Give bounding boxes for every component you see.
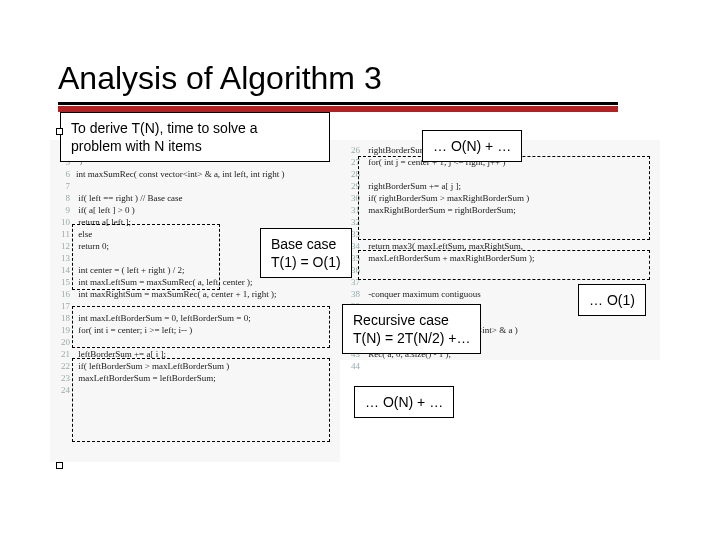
dashed-box-recursive	[72, 306, 330, 348]
dashed-box-rightborder	[358, 156, 650, 240]
dashed-box-base	[72, 224, 220, 290]
dashed-box-leftborder	[72, 358, 330, 442]
callout-recursive: Recursive case T(N) = 2T(N/2) +…	[342, 304, 481, 354]
callout-on-top: … O(N) + …	[422, 130, 522, 162]
callout-base-l2: T(1) = O(1)	[271, 253, 341, 271]
callout-derive-l1: To derive T(N), time to solve a	[71, 119, 319, 137]
callout-o1: … O(1)	[578, 284, 646, 316]
callout-rec-l2: T(N) = 2T(N/2) +…	[353, 329, 470, 347]
callout-derive-l2: problem with N items	[71, 137, 319, 155]
page-title: Analysis of Algorithm 3	[58, 60, 382, 97]
square-marker-icon	[56, 462, 63, 469]
callout-derive: To derive T(N), time to solve a problem …	[60, 112, 330, 162]
callout-rec-l1: Recursive case	[353, 311, 470, 329]
callout-on-bottom: … O(N) + …	[354, 386, 454, 418]
title-underline	[58, 102, 618, 105]
callout-base-l1: Base case	[271, 235, 341, 253]
square-marker-icon	[56, 128, 63, 135]
dashed-box-return	[358, 250, 650, 280]
callout-base-case: Base case T(1) = O(1)	[260, 228, 352, 278]
